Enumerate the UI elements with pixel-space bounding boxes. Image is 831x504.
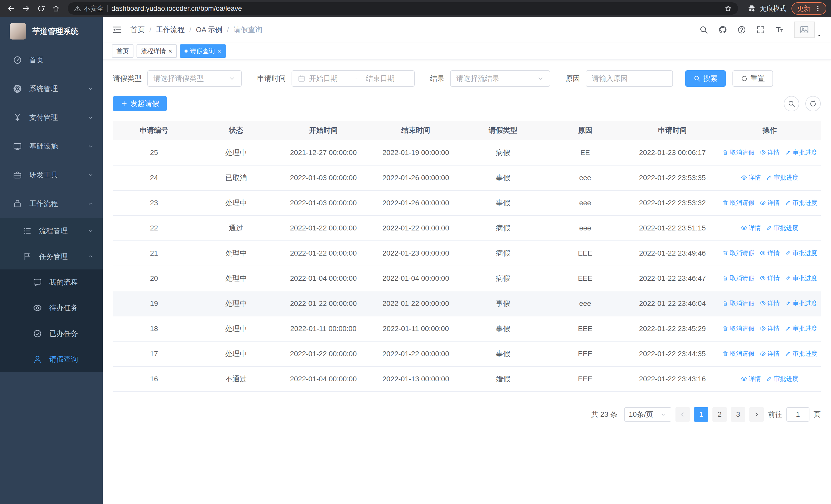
col-apply-time: 申请时间 — [626, 121, 719, 140]
cell-reason: eee — [544, 291, 626, 316]
cancel-leave-link[interactable]: 取消请假 — [722, 249, 754, 257]
sidebar-item-home[interactable]: 首页 — [0, 46, 103, 75]
sidebar-item-task-mgmt[interactable]: 任务管理 — [0, 244, 103, 269]
approval-progress-link[interactable]: 审批进度 — [766, 375, 798, 383]
bookmark-star-icon[interactable] — [724, 5, 732, 12]
address-bar[interactable]: 不安全 dashboard.yudao.iocoder.cn/bpm/oa/le… — [68, 2, 738, 14]
next-page-button[interactable] — [749, 407, 764, 422]
page-button-1[interactable]: 1 — [694, 407, 708, 422]
approval-progress-link[interactable]: 审批进度 — [785, 299, 817, 307]
start-date-placeholder[interactable]: 开始日期 — [309, 73, 352, 83]
leave-type-select[interactable]: 请选择请假类型 — [147, 70, 242, 87]
result-select[interactable]: 请选择流结果 — [450, 70, 550, 87]
end-date-placeholder[interactable]: 结束日期 — [361, 73, 408, 83]
detail-link[interactable]: 详情 — [760, 299, 780, 307]
breadcrumb-home[interactable]: 首页 — [131, 25, 145, 35]
reason-input[interactable] — [586, 70, 673, 87]
cell-start: 2022-01-03 00:00:00 — [277, 165, 370, 190]
detail-link[interactable]: 详情 — [741, 375, 761, 383]
tab-home[interactable]: 首页 — [112, 45, 134, 58]
trash-icon — [722, 300, 728, 306]
cell-end: 2022-01-19 00:00:00 — [370, 140, 462, 165]
prev-page-button[interactable] — [676, 407, 690, 422]
browser-home-button[interactable] — [49, 2, 63, 15]
sidebar-item-payment[interactable]: 支付管理 — [0, 103, 103, 132]
detail-link[interactable]: 详情 — [760, 324, 780, 333]
approval-progress-link[interactable]: 审批进度 — [785, 249, 817, 257]
cell-status: 处理中 — [195, 190, 277, 215]
browser-update-chip[interactable]: 更新 — [792, 2, 826, 14]
reset-button[interactable]: 重置 — [733, 70, 773, 87]
close-icon[interactable]: × — [168, 48, 172, 54]
sidebar-item-workflow[interactable]: 工作流程 — [0, 189, 103, 218]
detail-link[interactable]: 详情 — [741, 224, 761, 232]
cell-reason: EEE — [544, 241, 626, 266]
detail-link[interactable]: 详情 — [760, 350, 780, 358]
approval-progress-link[interactable]: 审批进度 — [766, 224, 798, 232]
detail-link[interactable]: 详情 — [760, 249, 780, 257]
search-button[interactable]: 搜索 — [685, 70, 726, 87]
security-label: 不安全 — [84, 4, 104, 13]
chat-icon — [32, 278, 42, 287]
cancel-leave-link[interactable]: 取消请假 — [722, 274, 754, 282]
breadcrumb-workflow[interactable]: 工作流程 — [156, 25, 185, 35]
close-icon[interactable]: × — [218, 48, 221, 54]
browser-back-button[interactable] — [5, 2, 18, 15]
cancel-leave-link[interactable]: 取消请假 — [722, 148, 754, 156]
tab-leave-query[interactable]: 请假查询 × — [180, 45, 226, 58]
help-icon[interactable] — [737, 25, 746, 34]
detail-link[interactable]: 详情 — [760, 274, 780, 282]
approval-progress-link[interactable]: 审批进度 — [785, 274, 817, 282]
cell-actions: 取消请假详情审批进度 — [719, 241, 821, 266]
github-icon[interactable] — [718, 25, 727, 34]
cancel-leave-link[interactable]: 取消请假 — [722, 324, 754, 333]
cell-actions: 取消请假详情审批进度 — [719, 291, 821, 316]
cell-actions: 详情审批进度 — [719, 165, 821, 190]
toggle-search-button[interactable] — [784, 96, 799, 111]
table-row: 22通过2022-01-22 00:00:002022-01-22 00:00:… — [113, 215, 821, 241]
browser-forward-button[interactable] — [20, 2, 33, 15]
page-size-select[interactable]: 10条/页 — [624, 407, 671, 422]
approval-progress-link[interactable]: 审批进度 — [785, 324, 817, 333]
sidebar-item-infrastructure[interactable]: 基础设施 — [0, 132, 103, 161]
goto-page-input[interactable] — [786, 407, 809, 422]
cancel-leave-link[interactable]: 取消请假 — [722, 350, 754, 358]
tab-process-detail[interactable]: 流程详情 × — [137, 45, 177, 58]
page-button-2[interactable]: 2 — [712, 407, 727, 422]
create-leave-button[interactable]: 发起请假 — [113, 96, 167, 111]
sidebar-item-leave-query[interactable]: 请假查询 — [0, 347, 103, 372]
breadcrumb-oa-example[interactable]: OA 示例 — [196, 25, 223, 35]
cell-actions: 详情审批进度 — [719, 366, 821, 392]
sidebar-item-todo-tasks[interactable]: 待办任务 — [0, 295, 103, 321]
page-button-3[interactable]: 3 — [731, 407, 745, 422]
sidebar-fold-icon[interactable] — [112, 25, 122, 35]
approval-progress-link[interactable]: 审批进度 — [785, 350, 817, 358]
sidebar-item-done-tasks[interactable]: 已办任务 — [0, 321, 103, 347]
cancel-leave-link[interactable]: 取消请假 — [722, 299, 754, 307]
sidebar-item-devtools[interactable]: 研发工具 — [0, 161, 103, 189]
detail-link[interactable]: 详情 — [741, 174, 761, 182]
sidebar-item-my-process[interactable]: 我的流程 — [0, 269, 103, 295]
sidebar-item-system[interactable]: 系统管理 — [0, 75, 103, 103]
apply-time-range-picker[interactable]: 开始日期 - 结束日期 — [291, 70, 415, 87]
detail-link[interactable]: 详情 — [760, 148, 780, 156]
sidebar-item-process-mgmt[interactable]: 流程管理 — [0, 218, 103, 244]
approval-progress-link[interactable]: 审批进度 — [785, 199, 817, 207]
table-row: 19处理中2022-01-22 00:00:002022-01-22 00:00… — [113, 291, 821, 316]
user-avatar[interactable] — [794, 22, 814, 38]
browser-menu-icon[interactable] — [814, 5, 822, 12]
browser-reload-button[interactable] — [34, 2, 48, 15]
app-frame: 芋道管理系统 首页 系统管理 支付管理 基础设施 — [0, 17, 831, 504]
cancel-leave-link[interactable]: 取消请假 — [722, 199, 754, 207]
approval-progress-link[interactable]: 审批进度 — [785, 148, 817, 156]
fullscreen-icon[interactable] — [756, 25, 765, 34]
app-logo-row[interactable]: 芋道管理系统 — [0, 17, 103, 46]
approval-progress-link[interactable]: 审批进度 — [766, 174, 798, 182]
refresh-table-button[interactable] — [805, 96, 821, 111]
search-icon[interactable] — [699, 25, 708, 34]
font-size-icon[interactable] — [775, 25, 784, 34]
detail-link[interactable]: 详情 — [760, 199, 780, 207]
security-warning[interactable]: 不安全 — [74, 4, 104, 13]
cell-applied: 2022-01-22 23:45:29 — [626, 316, 719, 341]
sidebar: 芋道管理系统 首页 系统管理 支付管理 基础设施 — [0, 17, 103, 504]
